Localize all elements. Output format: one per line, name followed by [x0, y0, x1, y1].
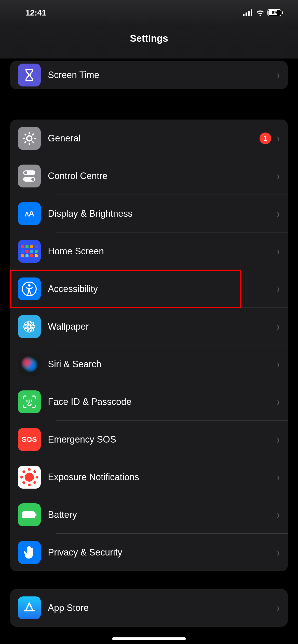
svg-line-12 [25, 141, 26, 143]
row-display-brightness[interactable]: AA Display & Brightness › [10, 195, 288, 232]
chevron-right-icon: › [277, 245, 280, 258]
notification-badge: 1 [260, 133, 271, 144]
settings-group: Screen Time › [10, 61, 288, 89]
status-bar: 12:41 69 [0, 0, 298, 25]
status-indicators: 69 [243, 9, 283, 16]
svg-line-33 [29, 603, 32, 610]
row-app-store[interactable]: App Store › [10, 589, 288, 627]
svg-line-11 [32, 134, 34, 135]
row-home-screen[interactable]: Home Screen › [10, 232, 288, 270]
svg-point-23 [31, 325, 35, 329]
app-store-icon [18, 596, 41, 619]
row-label: Wallpaper [48, 321, 276, 332]
row-label: Home Screen [48, 246, 276, 257]
svg-point-27 [30, 327, 34, 331]
face-id-icon [18, 390, 41, 413]
page-header: Settings [0, 25, 298, 58]
cellular-icon [243, 9, 253, 16]
chevron-right-icon: › [277, 602, 280, 614]
chevron-right-icon: › [277, 320, 280, 333]
switches-icon [18, 165, 41, 187]
row-emergency-sos[interactable]: SOS Emergency SOS › [10, 421, 288, 458]
page-title: Settings [130, 33, 168, 44]
svg-point-14 [24, 171, 27, 174]
hourglass-icon [18, 64, 41, 86]
chevron-right-icon: › [277, 508, 280, 521]
svg-point-21 [27, 328, 31, 332]
row-general[interactable]: General 1 › [10, 120, 288, 157]
battery-indicator: 69 [267, 9, 283, 16]
chevron-right-icon: › [277, 471, 280, 484]
gear-icon [18, 127, 41, 150]
row-control-centre[interactable]: Control Centre › [10, 157, 288, 195]
row-label: Siri & Search [48, 359, 276, 370]
svg-point-22 [24, 325, 28, 329]
row-exposure-notifications[interactable]: Exposure Notifications › [10, 458, 288, 496]
row-label: Battery [48, 509, 276, 520]
flower-icon [18, 315, 41, 338]
chevron-right-icon: › [277, 283, 280, 295]
svg-rect-1 [246, 12, 247, 16]
row-label: Emergency SOS [48, 434, 276, 445]
hand-icon [18, 541, 41, 564]
settings-group: General 1 › Control Centre › AA Display … [10, 120, 288, 571]
svg-point-24 [25, 322, 29, 326]
svg-line-9 [25, 134, 26, 135]
app-grid-icon [18, 240, 41, 263]
svg-rect-0 [243, 14, 245, 16]
row-label: Display & Brightness [48, 208, 276, 219]
svg-line-32 [26, 603, 29, 610]
row-label: Face ID & Passcode [48, 397, 276, 407]
wifi-icon [256, 9, 265, 16]
row-label: General [48, 133, 260, 144]
row-screen-time[interactable]: Screen Time › [10, 61, 288, 89]
svg-rect-31 [35, 513, 36, 516]
sos-icon: SOS [18, 428, 41, 451]
row-label: Screen Time [48, 70, 276, 80]
row-label: Exposure Notifications [48, 472, 276, 482]
row-face-id-passcode[interactable]: Face ID & Passcode › [10, 383, 288, 421]
row-privacy-security[interactable]: Privacy & Security › [10, 534, 288, 571]
svg-point-20 [27, 321, 31, 325]
siri-icon [18, 353, 41, 376]
svg-point-4 [27, 136, 32, 141]
svg-rect-30 [22, 511, 35, 518]
chevron-right-icon: › [277, 433, 280, 446]
svg-line-10 [32, 141, 34, 143]
battery-icon [18, 503, 41, 526]
settings-list[interactable]: Screen Time › General 1 › Control Centre… [0, 61, 298, 627]
row-label: Privacy & Security [48, 547, 276, 558]
accessibility-icon [18, 277, 41, 300]
chevron-right-icon: › [277, 396, 280, 408]
chevron-right-icon: › [277, 546, 280, 559]
svg-point-26 [25, 327, 29, 331]
row-battery[interactable]: Battery › [10, 496, 288, 534]
status-time: 12:41 [25, 8, 46, 18]
row-siri-search[interactable]: Siri & Search › [10, 345, 288, 383]
row-label: Control Centre [48, 171, 276, 181]
row-wallpaper[interactable]: Wallpaper › [10, 308, 288, 345]
exposure-icon [18, 466, 41, 489]
svg-point-18 [28, 284, 31, 287]
chevron-right-icon: › [277, 170, 280, 182]
svg-rect-2 [248, 11, 250, 16]
svg-point-16 [31, 178, 34, 181]
row-label: App Store [48, 603, 276, 613]
chevron-right-icon: › [277, 358, 280, 371]
svg-point-25 [30, 322, 34, 326]
row-accessibility[interactable]: Accessibility › [10, 270, 288, 308]
chevron-right-icon: › [277, 69, 280, 81]
row-label: Accessibility [48, 284, 276, 294]
settings-group: App Store › [10, 589, 288, 627]
chevron-right-icon: › [277, 132, 280, 145]
svg-rect-3 [251, 9, 252, 16]
chevron-right-icon: › [277, 207, 280, 220]
home-indicator[interactable] [112, 637, 186, 640]
text-size-icon: AA [18, 202, 41, 225]
